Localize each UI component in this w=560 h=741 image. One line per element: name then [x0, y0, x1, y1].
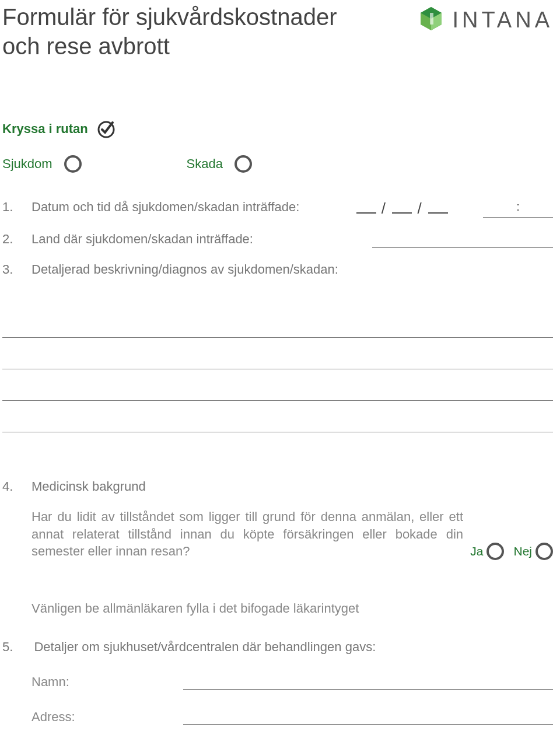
hospital-address-row: Adress:	[32, 709, 553, 725]
radio-yes[interactable]	[487, 543, 504, 560]
form-title: Formulär för sjukvårdskostnader och rese…	[2, 2, 337, 61]
intana-logo-icon	[417, 5, 445, 35]
checkmark-circle-icon	[96, 119, 116, 139]
tick-instruction-text: Kryssa i rutan	[2, 121, 88, 137]
title-line-1: Formulär för sjukvårdskostnader	[2, 4, 337, 30]
choice-sjukdom[interactable]: Sjukdom	[2, 155, 82, 173]
yes-label: Ja	[470, 544, 483, 558]
choice-skada[interactable]: Skada	[187, 155, 252, 173]
name-input[interactable]	[183, 674, 553, 690]
radio-icon	[235, 155, 252, 173]
date-input[interactable]: / /	[356, 200, 448, 218]
q4-number: 4.	[2, 479, 32, 494]
address-label: Adress:	[32, 709, 183, 725]
date-sep: /	[418, 200, 423, 217]
tick-box-section: Kryssa i rutan Sjukdom Skada	[2, 119, 553, 173]
text-line[interactable]	[2, 369, 553, 401]
brand-logo: INTANA	[417, 5, 553, 35]
question-list: 1. Datum och tid då sjukdomen/skadan int…	[2, 200, 553, 741]
question-4: 4. Medicinsk bakgrund Har du lidit av ti…	[2, 479, 553, 616]
q4-heading: Medicinsk bakgrund	[32, 479, 553, 494]
choice-skada-label: Skada	[187, 156, 223, 172]
description-lines[interactable]	[2, 306, 553, 432]
yes-no-row: Ja Nej	[470, 543, 553, 560]
gp-note: Vänligen be allmänläkaren fylla i det bi…	[32, 601, 553, 616]
q3-number: 3.	[2, 262, 32, 277]
type-choice-row: Sjukdom Skada	[2, 155, 553, 173]
form-header: Formulär för sjukvårdskostnader och rese…	[2, 0, 553, 61]
radio-icon	[64, 155, 82, 173]
brand-name: INTANA	[452, 8, 553, 33]
tick-instruction: Kryssa i rutan	[2, 119, 116, 139]
q1-answer-area: / / :	[356, 200, 553, 218]
q5-text: Detaljer om sjukhuset/vårdcentralen där …	[34, 639, 376, 654]
q4-body-text: Har du lidit av tillståndet som ligger t…	[32, 508, 463, 560]
svg-marker-3	[430, 13, 433, 25]
q1-text: Datum och tid då sjukdomen/skadan inträf…	[32, 200, 356, 215]
time-input[interactable]: :	[483, 200, 553, 218]
question-3: 3. Detaljerad beskrivning/diagnos av sju…	[2, 262, 553, 277]
text-line[interactable]	[2, 401, 553, 432]
choice-sjukdom-label: Sjukdom	[2, 156, 52, 172]
text-line[interactable]	[2, 338, 553, 369]
question-2: 2. Land där sjukdomen/skadan inträffade:	[2, 232, 553, 248]
address-input[interactable]	[183, 709, 553, 725]
question-5: 5. Detaljer om sjukhuset/vårdcentralen d…	[2, 639, 553, 741]
name-label: Namn:	[32, 674, 183, 690]
title-line-2: och rese avbrott	[2, 33, 170, 59]
q1-number: 1.	[2, 200, 32, 215]
q3-text: Detaljerad beskrivning/diagnos av sjukdo…	[32, 262, 553, 277]
country-input[interactable]	[372, 232, 553, 248]
question-1: 1. Datum och tid då sjukdomen/skadan int…	[2, 200, 553, 218]
time-sep: :	[516, 200, 520, 213]
no-label: Nej	[513, 544, 532, 558]
radio-no[interactable]	[536, 543, 553, 560]
q2-text: Land där sjukdomen/skadan inträffade:	[32, 232, 372, 247]
q5-number: 5.	[2, 639, 32, 655]
text-line[interactable]	[2, 306, 553, 338]
q2-number: 2.	[2, 232, 32, 247]
date-sep: /	[382, 200, 387, 217]
hospital-name-row: Namn:	[32, 674, 553, 690]
